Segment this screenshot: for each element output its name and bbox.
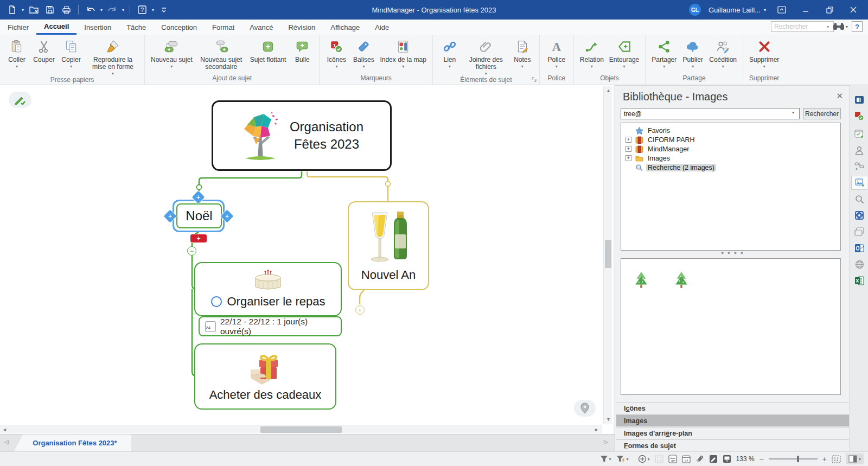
paste-button[interactable]: Coller ▾ xyxy=(3,37,30,69)
zoom-slider[interactable] xyxy=(769,458,818,459)
documents-pane-icon[interactable] xyxy=(852,225,866,239)
tags-button[interactable]: Balises ▾ xyxy=(350,37,377,69)
link-button[interactable]: Lien ▾ xyxy=(436,37,463,69)
scroll-up-arrow[interactable]: ▲ xyxy=(606,88,611,93)
help-shortcuts-button[interactable]: ? xyxy=(136,3,149,16)
panel-splitter-handle[interactable]: ● ● ● ● xyxy=(615,250,850,256)
schedule-view-button[interactable]: 24 xyxy=(682,455,691,463)
customize-toolbar-button[interactable] xyxy=(157,3,170,16)
search-pane-icon[interactable] xyxy=(852,192,866,206)
chevron-down-icon[interactable]: ▾ xyxy=(152,8,154,12)
outlook-pane-icon[interactable] xyxy=(852,241,866,255)
horizontal-scroll-thumb[interactable] xyxy=(260,426,342,433)
snapshot-pane-icon[interactable] xyxy=(852,208,866,222)
expand-plus-icon[interactable]: + xyxy=(626,146,631,152)
tree-image-result[interactable] xyxy=(673,271,690,290)
tree-item-favoris[interactable]: Favoris xyxy=(621,126,840,135)
tree-item-mindmanager[interactable]: + MindManager xyxy=(621,144,840,154)
new-document-button[interactable] xyxy=(5,3,18,16)
tree-item-recherche[interactable]: Recherche (2 images) xyxy=(621,163,840,172)
document-tab-active[interactable]: Organisation Fêtes 2023* xyxy=(14,435,131,451)
scroll-down-arrow[interactable]: ▼ xyxy=(606,417,611,422)
relationship-button[interactable]: Relation ▾ xyxy=(577,37,607,69)
coediting-status-button[interactable] xyxy=(9,92,31,108)
add-task-handle[interactable]: + xyxy=(190,234,207,242)
add-topic-handle-top[interactable]: + xyxy=(192,190,205,203)
icons-marker-button[interactable]: 1 Icônes ▾ xyxy=(323,37,350,69)
tab-insertion[interactable]: Insertion xyxy=(76,20,119,35)
new-topic-button[interactable]: Nouveau sujet ▾ xyxy=(148,37,195,69)
dialog-launcher-icon[interactable] xyxy=(532,77,537,82)
tag-view-button[interactable] xyxy=(695,455,704,463)
save-button[interactable] xyxy=(43,3,56,16)
close-panel-icon[interactable]: ✕ xyxy=(836,91,843,101)
map-parts-pane-icon[interactable] xyxy=(852,159,866,174)
library-search-button[interactable]: Rechercher xyxy=(803,108,841,119)
restore-button[interactable] xyxy=(821,2,838,17)
scroll-right-arrow[interactable]: ► xyxy=(594,427,599,432)
ribbon-display-options-button[interactable] xyxy=(774,2,790,17)
chevron-down-icon[interactable]: ▾ xyxy=(792,110,794,115)
icon-markers-pane-icon[interactable] xyxy=(852,109,866,123)
share-button[interactable]: Partager ▾ xyxy=(649,37,679,69)
topic-root[interactable]: Organisation Fêtes 2023 xyxy=(212,100,392,171)
tab-accueil[interactable]: Accueil xyxy=(36,20,76,35)
find-binoculars-button[interactable]: ▾ xyxy=(833,22,848,31)
copy-button[interactable]: Copier ▾ xyxy=(58,37,85,69)
library-search-input[interactable] xyxy=(621,108,800,119)
account-menu[interactable]: Guillaume Laill...▾ xyxy=(709,6,766,14)
resources-pane-icon[interactable] xyxy=(852,143,866,157)
notes-button[interactable]: Notes ▾ xyxy=(509,37,536,69)
task-info-pane-icon[interactable] xyxy=(852,127,866,141)
topic-acheter-des-cadeaux[interactable]: Acheter des cadeaux xyxy=(194,343,336,410)
excel-pane-icon[interactable] xyxy=(852,273,866,288)
avatar[interactable]: GL xyxy=(689,4,701,16)
tab-affichage[interactable]: Affichage xyxy=(323,20,367,35)
add-topic-handle-left[interactable]: + xyxy=(163,209,176,222)
expand-branch-button[interactable]: + xyxy=(355,305,365,315)
zoom-in-button[interactable]: + xyxy=(822,455,827,463)
tab-fichier[interactable]: Fichier xyxy=(0,20,36,35)
section-images[interactable]: Images xyxy=(616,414,849,427)
tab-conception[interactable]: Conception xyxy=(154,20,205,35)
presentation-button[interactable] xyxy=(723,455,731,463)
panel-layout-button[interactable]: ▾ xyxy=(846,454,864,464)
coediting-button[interactable]: Coédition ▾ xyxy=(706,37,739,69)
attach-files-button[interactable]: Joindre des fichiers ▾ xyxy=(463,37,509,76)
tab-scroll-right-arrow[interactable]: ▷ xyxy=(604,439,608,445)
fit-map-button[interactable] xyxy=(832,455,841,463)
topic-nouvel-an[interactable]: Nouvel An xyxy=(348,201,429,290)
topic-organiser-le-repas[interactable]: Organiser le repas xyxy=(194,262,342,316)
zoom-slider-thumb[interactable] xyxy=(797,456,799,462)
vertical-scrollbar[interactable]: ▲ ▼ xyxy=(603,86,612,424)
filter-button[interactable]: ▾ xyxy=(600,455,611,463)
whiteboard-button[interactable] xyxy=(709,455,718,463)
map-location-button[interactable] xyxy=(574,400,596,417)
tab-revision[interactable]: Révision xyxy=(280,20,323,35)
tab-scroll-left-arrow[interactable]: ◁ xyxy=(4,439,9,445)
chevron-down-icon[interactable]: ▾ xyxy=(100,8,103,12)
vertical-scroll-thumb[interactable] xyxy=(605,240,611,268)
tab-aide[interactable]: Aide xyxy=(367,20,397,35)
format-painter-button[interactable]: Reproduire la mise en forme ▾ xyxy=(85,37,141,76)
topic-date-info[interactable]: 24 22/12 - 22/12 : 1 jour(s) ouvré(s) xyxy=(199,316,342,336)
web-pane-icon[interactable] xyxy=(852,257,866,271)
tree-image-result[interactable] xyxy=(633,271,649,290)
map-canvas[interactable]: Organisation Fêtes 2023 Noël + + + + − xyxy=(0,85,613,434)
collapse-branch-button[interactable]: − xyxy=(187,246,196,256)
section-icones[interactable]: Icônes xyxy=(616,402,849,414)
spellcheck-button[interactable] xyxy=(655,455,663,463)
tab-format[interactable]: Format xyxy=(205,20,242,35)
help-button[interactable]: ? xyxy=(852,21,863,32)
new-subtopic-button[interactable]: Nouveau sujet secondaire xyxy=(195,37,247,71)
undo-button[interactable] xyxy=(84,3,97,16)
floating-topic-button[interactable]: Sujet flottant xyxy=(247,37,289,63)
images-pane-icon[interactable] xyxy=(851,176,867,190)
publish-button[interactable]: Publier ▾ xyxy=(679,37,706,69)
chevron-down-icon[interactable]: ▾ xyxy=(122,8,124,12)
section-images-arriere-plan[interactable]: Images d'arrière-plan xyxy=(616,427,849,439)
add-topic-handle-right[interactable]: + xyxy=(220,209,233,222)
chevron-down-icon[interactable]: ▾ xyxy=(22,8,24,12)
horizontal-scrollbar[interactable]: ◄ ► xyxy=(0,425,602,433)
quick-add-button[interactable]: ▾ xyxy=(638,455,650,463)
